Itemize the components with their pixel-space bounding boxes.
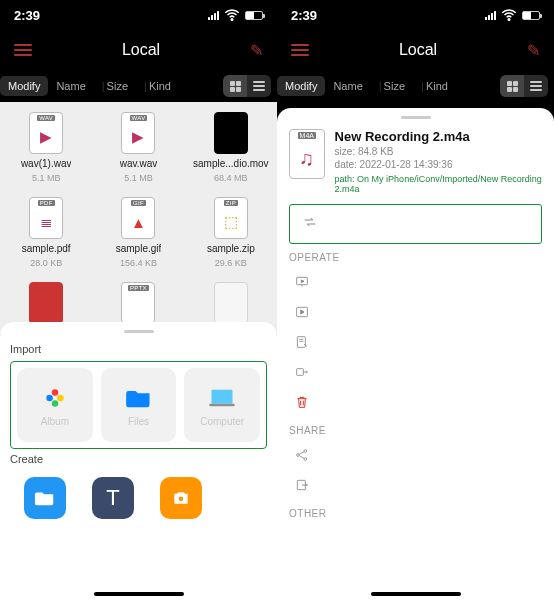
import-computer[interactable]: Computer <box>184 368 260 442</box>
photos-icon <box>41 384 69 412</box>
file-title: New Recording 2.m4a <box>335 129 542 144</box>
svg-rect-5 <box>212 389 233 403</box>
svg-point-4 <box>46 394 53 401</box>
presentation-icon <box>293 273 311 291</box>
svg-point-13 <box>297 454 300 457</box>
file-item[interactable] <box>0 282 92 324</box>
drag-handle[interactable] <box>124 330 154 333</box>
operate-rename[interactable] <box>289 327 542 357</box>
file-info: M4A ♫ New Recording 2.m4a size: 84.8 KB … <box>289 129 542 194</box>
music-note-icon: ♫ <box>299 139 314 178</box>
file-date: date: 2022-01-28 14:39:36 <box>335 159 542 170</box>
sort-modify[interactable]: Modify <box>277 76 325 96</box>
status-indicators <box>208 6 263 24</box>
share-icon <box>293 446 311 464</box>
file-detail-sheet: M4A ♫ New Recording 2.m4a size: 84.8 KB … <box>277 108 554 600</box>
file-item[interactable]: GIF▲sample.gif156.4 KB <box>92 197 184 268</box>
page-title: Local <box>399 41 437 59</box>
edit-note-icon <box>293 333 311 351</box>
nav-bar: Local ✎ <box>0 30 277 70</box>
svg-point-2 <box>57 394 63 401</box>
status-bar: 2:39 <box>0 0 277 30</box>
convert-icon <box>302 214 318 234</box>
svg-rect-12 <box>297 369 304 376</box>
file-path: path: On My iPhone/iConv/Imported/New Re… <box>335 174 542 194</box>
svg-point-1 <box>52 389 59 396</box>
sort-modify[interactable]: Modify <box>0 76 48 96</box>
other-section-label: OTHER <box>289 508 542 519</box>
status-indicators <box>485 6 540 24</box>
edit-icon[interactable]: ✎ <box>527 41 540 60</box>
home-indicator[interactable] <box>94 592 184 596</box>
sort-name[interactable]: Name <box>325 76 370 96</box>
view-toggle <box>500 75 548 97</box>
import-section-label: Import <box>10 343 267 355</box>
home-indicator[interactable] <box>371 592 461 596</box>
filter-bar: Modify Name Size Kind <box>0 70 277 102</box>
create-text-button[interactable]: T <box>92 477 134 519</box>
battery-icon <box>522 11 540 20</box>
trash-icon <box>293 393 311 411</box>
operate-play[interactable] <box>289 267 542 297</box>
file-item[interactable]: ZIP⬚sample.zip29.6 KB <box>185 197 277 268</box>
wifi-icon <box>500 6 518 24</box>
file-size: size: 84.8 KB <box>335 146 542 157</box>
file-thumb: M4A ♫ <box>289 129 325 179</box>
create-section-label: Create <box>10 453 267 465</box>
signal-icon <box>208 11 219 20</box>
nav-bar: Local ✎ <box>277 30 554 70</box>
sort-name[interactable]: Name <box>48 76 93 96</box>
sort-kind[interactable]: Kind <box>136 76 179 96</box>
operate-delete[interactable] <box>289 387 542 417</box>
edit-icon[interactable]: ✎ <box>250 41 263 60</box>
sort-size[interactable]: Size <box>94 76 136 96</box>
menu-icon[interactable] <box>291 44 309 56</box>
play-icon <box>293 303 311 321</box>
file-item[interactable]: PPTX <box>92 282 184 324</box>
svg-point-3 <box>52 400 59 407</box>
grid-view-button[interactable] <box>223 75 247 97</box>
list-view-button[interactable] <box>247 75 271 97</box>
convert-action[interactable] <box>289 204 542 244</box>
svg-rect-6 <box>209 403 235 405</box>
create-folder-button[interactable] <box>24 477 66 519</box>
file-item[interactable]: WAV▶wav.wav5.1 MB <box>92 112 184 183</box>
drag-handle[interactable] <box>401 116 431 119</box>
svg-point-8 <box>508 19 510 21</box>
svg-point-14 <box>304 450 307 453</box>
sort-kind[interactable]: Kind <box>413 76 456 96</box>
computer-icon <box>208 384 236 412</box>
svg-point-15 <box>304 458 307 461</box>
operate-move[interactable] <box>289 357 542 387</box>
svg-rect-11 <box>297 337 305 348</box>
create-row: T <box>10 471 267 525</box>
export-action[interactable] <box>289 470 542 500</box>
file-item[interactable]: sample...dio.mov68.4 MB <box>185 112 277 183</box>
import-row: Album Files Computer <box>10 361 267 449</box>
status-time: 2:39 <box>291 8 317 23</box>
file-item[interactable] <box>185 282 277 324</box>
signal-icon <box>485 11 496 20</box>
file-item[interactable]: PDF≣sample.pdf28.0 KB <box>0 197 92 268</box>
svg-point-0 <box>231 19 233 21</box>
list-view-button[interactable] <box>524 75 548 97</box>
sort-size[interactable]: Size <box>371 76 413 96</box>
filter-bar: Modify Name Size Kind <box>277 70 554 102</box>
wifi-icon <box>223 6 241 24</box>
view-toggle <box>223 75 271 97</box>
import-album[interactable]: Album <box>17 368 93 442</box>
page-title: Local <box>122 41 160 59</box>
folder-icon <box>125 384 153 412</box>
status-time: 2:39 <box>14 8 40 23</box>
file-item[interactable]: WAV▶wav(1).wav5.1 MB <box>0 112 92 183</box>
status-bar: 2:39 <box>277 0 554 30</box>
import-files[interactable]: Files <box>101 368 177 442</box>
grid-view-button[interactable] <box>500 75 524 97</box>
svg-point-7 <box>178 496 184 502</box>
battery-icon <box>245 11 263 20</box>
menu-icon[interactable] <box>14 44 32 56</box>
file-grid: WAV▶wav(1).wav5.1 MB WAV▶wav.wav5.1 MB s… <box>0 102 277 334</box>
share-action[interactable] <box>289 440 542 470</box>
operate-preview[interactable] <box>289 297 542 327</box>
create-camera-button[interactable] <box>160 477 202 519</box>
